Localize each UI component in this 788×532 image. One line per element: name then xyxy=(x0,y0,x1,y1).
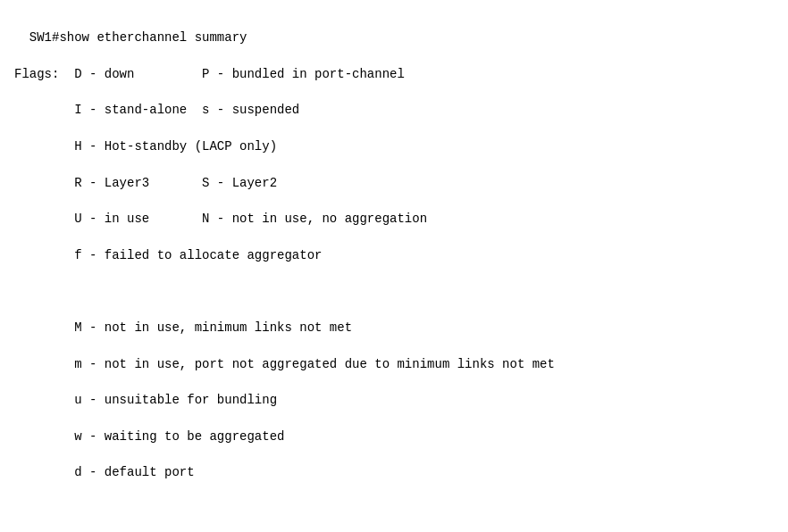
line-flag-r: R - Layer3 S - Layer2 xyxy=(14,176,277,190)
line-flag-u-lower: u - unsuitable for bundling xyxy=(14,393,277,407)
line-flag-m-lower: m - not in use, port not aggregated due … xyxy=(14,357,555,371)
terminal-output: SW1#show etherchannel summary Flags: D -… xyxy=(14,11,774,532)
line-flags-header: Flags: D - down P - bundled in port-chan… xyxy=(14,67,405,81)
line-flag-u: U - in use N - not in use, no aggregatio… xyxy=(14,212,427,226)
line-flag-d: d - default port xyxy=(14,465,195,479)
line-flag-i: I - stand-alone s - suspended xyxy=(14,103,299,117)
line-flag-m-upper: M - not in use, minimum links not met xyxy=(14,320,352,335)
line-flag-w: w - waiting to be aggregated xyxy=(14,429,284,444)
line-flag-f: f - failed to allocate aggregator xyxy=(14,248,322,262)
line-cmd: SW1#show etherchannel summary xyxy=(29,30,247,45)
line-flag-h: H - Hot-standby (LACP only) xyxy=(14,139,277,154)
